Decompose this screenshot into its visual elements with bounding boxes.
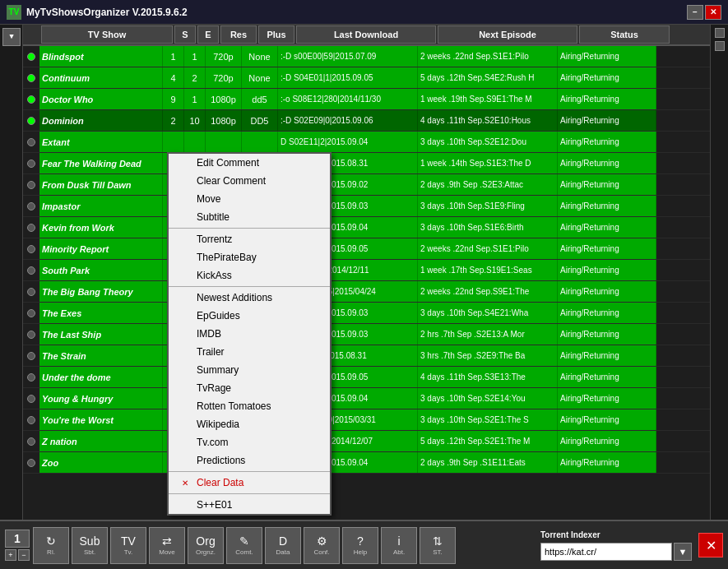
context-menu-item-label: Subtitle — [197, 211, 230, 223]
header-next[interactable]: Next Episode — [438, 25, 577, 44]
table-row[interactable]: The Last ShipD S02E12|3|2015.09.032 hrs … — [23, 324, 710, 345]
header-status[interactable]: Status — [579, 25, 670, 44]
context-menu-item-label: Torrentz — [197, 234, 232, 245]
toolbar-about-label: Abt. — [393, 548, 405, 556]
toolbar-comment-icon: ✎ — [239, 535, 249, 547]
toolbar-help-icon: ? — [357, 535, 364, 547]
row-dot — [27, 266, 35, 275]
context-menu-item[interactable]: Predictions — [169, 451, 330, 470]
context-menu-item-label: EpGuides — [197, 310, 240, 322]
header-e[interactable]: E — [197, 25, 219, 44]
cell-show: Young & Hungry — [39, 388, 163, 409]
minimize-button[interactable]: − — [687, 5, 703, 20]
cell-show: Under the dome — [39, 367, 163, 387]
table-row[interactable]: Fear The Walking DeadD S01E02|6|2015.08.… — [23, 153, 710, 174]
toolbar-tvshow-button[interactable]: TVTv. — [110, 527, 146, 564]
toolbar-subtitle-button[interactable]: SubSbt. — [72, 527, 108, 564]
cell-next: 3 hrs .7th Sep .S2E9:The Ba — [418, 345, 558, 366]
side-right-btn2[interactable] — [715, 41, 725, 51]
cell-show: Kevin from Work — [39, 217, 163, 238]
cell-plus: dd5 — [242, 89, 278, 109]
window-controls: − ✕ — [687, 5, 721, 20]
context-menu-item[interactable]: Rotten Tomatoes — [169, 397, 330, 415]
table-row[interactable]: Dominion2101080pDD5:-D S02E09|0|2015.09.… — [23, 110, 710, 132]
toolbar-about-button[interactable]: iAbt. — [381, 527, 417, 564]
table-row[interactable]: ZooD S01E10|2|2015.09.042 days .9th Sep … — [23, 452, 710, 474]
header-last[interactable]: Last Download — [296, 25, 436, 44]
context-menu-item[interactable]: Tv.com — [169, 433, 330, 451]
side-scroll-up[interactable]: ▲ — [2, 28, 21, 46]
context-menu-item-label: Trailer — [197, 346, 225, 358]
cell-last: :-D S02E09|0|2015.09.06 — [278, 110, 418, 131]
table-row[interactable]: South ParkS18E10|269|2014/12/111 week .1… — [23, 260, 710, 281]
table-row[interactable]: The Big Bang Theoryo S08E23|135|2015/04/… — [23, 281, 710, 303]
row-indicator — [23, 224, 39, 232]
toolbar-reload-button[interactable]: ↻Rl. — [33, 527, 69, 564]
table-row[interactable]: ExtantD S02E11|2|2015.09.043 days .10th … — [23, 132, 710, 153]
context-menu-item[interactable]: KickAss — [169, 266, 330, 284]
table-row[interactable]: Blindspot11720pNone:-D s00E00|59|2015.07… — [23, 46, 710, 67]
table-row[interactable]: The ExesD S04E20|3|2015.09.033 days .10t… — [23, 303, 710, 324]
toolbar-move-button[interactable]: ⇄Move — [149, 527, 185, 564]
page-number: 1 — [5, 530, 30, 548]
cell-next: 3 days .10th Sep.S2E12:Dou — [418, 132, 558, 152]
header-s[interactable]: S — [174, 25, 196, 44]
context-menu-item-label: S++E01 — [197, 499, 232, 511]
context-menu-item[interactable]: IMDB — [169, 325, 330, 343]
table-row[interactable]: ImpastorD S01E08|3|2015.09.033 days .10t… — [23, 196, 710, 217]
cell-status: Airing/Returning — [558, 132, 656, 152]
context-menu-item[interactable]: TvRage — [169, 379, 330, 397]
side-right-btn[interactable] — [715, 28, 725, 38]
page-plus[interactable]: + — [5, 549, 16, 561]
context-menu-item[interactable]: Trailer — [169, 343, 330, 361]
table-row[interactable]: Minority ReportD S00E00|0|2015.09.052 we… — [23, 238, 710, 260]
header-plus[interactable]: Plus — [258, 25, 294, 44]
toolbar-help-button[interactable]: ?Help — [342, 527, 378, 564]
row-dot — [27, 53, 35, 61]
table-row[interactable]: Kevin from WorkD S01E05|2|2015.09.043 da… — [23, 217, 710, 238]
cell-show: Minority Report — [39, 238, 163, 259]
cell-e: 1 — [184, 89, 206, 109]
cell-status: Airing/Returning — [558, 196, 656, 216]
header-res[interactable]: Res — [220, 25, 257, 44]
table-row[interactable]: Doctor Who911080pdd5:-o S08E12|280|2014/… — [23, 89, 710, 110]
toolbar-comment-button[interactable]: ✎Comt. — [226, 527, 262, 564]
toolbar-sort-button[interactable]: ⇅ST. — [420, 527, 456, 564]
context-menu-item[interactable]: Newest Additions — [169, 289, 330, 307]
toolbar-organize-button[interactable]: OrgOrgnz. — [188, 527, 224, 564]
table-row[interactable]: The Straino S02E08|6|2015.08.313 hrs .7t… — [23, 345, 710, 367]
table-row[interactable]: From Dusk Till DawnD S02E02|4|2015.09.02… — [23, 174, 710, 196]
row-indicator — [23, 395, 39, 403]
context-menu-item-label: Tv.com — [197, 437, 228, 448]
table-row[interactable]: Z nationD S02E13|29|2014/12/075 days .12… — [23, 431, 710, 452]
table-row[interactable]: Young & HungryD S02E13|2|2015.09.043 day… — [23, 388, 710, 409]
context-menu-item[interactable]: Clear Comment — [169, 172, 330, 190]
torrent-dropdown[interactable]: ▼ — [674, 543, 692, 561]
context-menu-item[interactable]: Wikipedia — [169, 415, 330, 433]
page-minus[interactable]: − — [18, 549, 30, 561]
context-menu-item[interactable]: EpGuides — [169, 307, 330, 325]
context-menu-item[interactable]: Move — [169, 190, 330, 208]
context-menu-item[interactable]: S++E01 — [169, 496, 330, 514]
close-button[interactable]: ✕ — [705, 5, 721, 20]
cell-show: Zoo — [39, 452, 163, 473]
table-row[interactable]: You're the WorstD s01E10|159|2015/03/313… — [23, 409, 710, 431]
toolbar-data-button[interactable]: DData — [265, 527, 301, 564]
context-menu-item[interactable]: Torrentz — [169, 230, 330, 248]
toolbar-config-button[interactable]: ⚙Conf. — [304, 527, 340, 564]
cell-next: 3 days .10th Sep.S2E14:You — [418, 388, 558, 409]
row-indicator — [23, 266, 39, 275]
cell-status: Airing/Returning — [558, 431, 656, 451]
cell-next: 5 days .12th Sep.S2E1:The M — [418, 431, 558, 451]
context-menu-item[interactable]: ✕Clear Data — [169, 474, 330, 492]
torrent-input[interactable] — [540, 543, 672, 561]
header-show[interactable]: TV Show — [41, 25, 173, 44]
table-row[interactable]: Under the domeD S03E12|1|2015.09.054 day… — [23, 367, 710, 388]
context-menu-item[interactable]: Subtitle — [169, 208, 330, 226]
context-menu-item[interactable]: Summary — [169, 361, 330, 379]
context-menu-item[interactable]: Edit Comment — [169, 154, 330, 172]
close-bottom-button[interactable]: ✕ — [698, 533, 723, 557]
context-menu-item[interactable]: ThePirateBay — [169, 248, 330, 266]
cell-next: 3 days .10th Sep.S4E21:Wha — [418, 303, 558, 323]
table-row[interactable]: Continuum42720pNone:-D S04E01|1|2015.09.… — [23, 67, 710, 89]
